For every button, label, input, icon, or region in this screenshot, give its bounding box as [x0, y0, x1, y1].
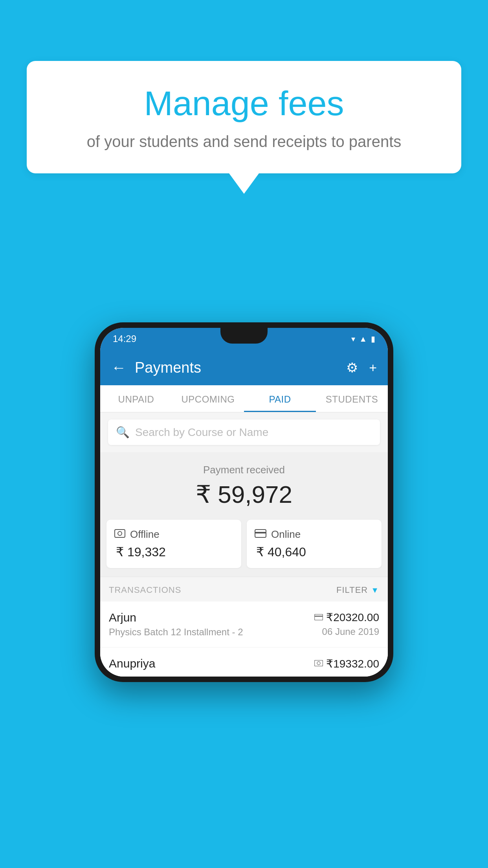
transaction-row[interactable]: Arjun Physics Batch 12 Installment - 2 [100, 601, 388, 647]
transactions-label: TRANSACTIONS [109, 585, 181, 595]
speech-bubble: Manage fees of your students and send re… [27, 61, 461, 173]
filter-button[interactable]: FILTER ▼ [336, 585, 379, 595]
svg-rect-3 [255, 532, 266, 533]
search-bar[interactable]: 🔍 Search by Course or Name [108, 419, 380, 445]
search-icon: 🔍 [116, 426, 130, 439]
signal-icon: ▲ [359, 335, 367, 344]
svg-rect-4 [315, 614, 323, 620]
transaction-date-arjun: 06 June 2019 [314, 626, 379, 637]
payment-total-amount: ₹ 59,972 [108, 480, 380, 509]
online-icon [255, 528, 266, 541]
manage-fees-title: Manage fees [46, 85, 442, 123]
phone-notch [220, 328, 268, 344]
online-card: Online ₹ 40,640 [247, 520, 382, 568]
svg-point-1 [118, 531, 122, 535]
transaction-detail-arjun: Physics Batch 12 Installment - 2 [109, 627, 243, 638]
transaction-left-anupriya: Anupriya [109, 657, 155, 673]
header-icons: ⚙ + [346, 360, 377, 375]
status-icons: ▾ ▲ ▮ [351, 334, 375, 344]
transaction-left-arjun: Arjun Physics Batch 12 Installment - 2 [109, 611, 243, 638]
online-amount: ₹ 40,640 [255, 544, 374, 559]
offline-card-header: Offline [114, 528, 233, 541]
payment-summary: Payment received ₹ 59,972 [100, 452, 388, 520]
speech-bubble-arrow [229, 173, 259, 194]
card-payment-icon-arjun [314, 612, 323, 623]
transaction-right-anupriya: ₹19332.00 [314, 657, 379, 673]
offline-payment-icon-anupriya [314, 658, 323, 669]
speech-bubble-wrapper: Manage fees of your students and send re… [27, 61, 461, 194]
transaction-amount-anupriya: ₹19332.00 [326, 657, 379, 670]
back-button[interactable]: ← [111, 359, 126, 376]
add-icon[interactable]: + [369, 360, 377, 375]
transaction-row-anupriya[interactable]: Anupriya ₹19332.00 [100, 647, 388, 677]
transaction-amount-row-anupriya: ₹19332.00 [314, 657, 379, 670]
tab-students[interactable]: STUDENTS [316, 385, 388, 412]
manage-fees-subtitle: of your students and send receipts to pa… [46, 131, 442, 152]
tab-unpaid[interactable]: UNPAID [100, 385, 172, 412]
filter-icon: ▼ [371, 586, 379, 595]
svg-rect-6 [315, 660, 323, 666]
wifi-icon: ▾ [351, 334, 355, 344]
app-header: ← Payments ⚙ + [100, 350, 388, 385]
settings-icon[interactable]: ⚙ [346, 360, 358, 375]
search-container: 🔍 Search by Course or Name [100, 412, 388, 452]
search-placeholder-text: Search by Course or Name [135, 426, 268, 439]
battery-icon: ▮ [371, 334, 375, 344]
phone-screen: 14:29 ▾ ▲ ▮ ← Payments ⚙ + UNPAID [100, 328, 388, 677]
payment-cards: Offline ₹ 19,332 Online [100, 520, 388, 577]
svg-rect-0 [115, 530, 125, 537]
transactions-list: Arjun Physics Batch 12 Installment - 2 [100, 601, 388, 677]
transaction-amount-arjun: ₹20320.00 [326, 611, 379, 624]
online-label: Online [271, 528, 301, 541]
transaction-name-anupriya: Anupriya [109, 657, 155, 670]
tabs-bar: UNPAID UPCOMING PAID STUDENTS [100, 385, 388, 412]
offline-label: Offline [130, 528, 160, 541]
offline-amount: ₹ 19,332 [114, 544, 233, 559]
phone-wrapper: 14:29 ▾ ▲ ▮ ← Payments ⚙ + UNPAID [95, 322, 393, 682]
transactions-header: TRANSACTIONS FILTER ▼ [100, 577, 388, 601]
filter-label: FILTER [336, 585, 368, 595]
offline-card: Offline ₹ 19,332 [106, 520, 241, 568]
offline-icon [114, 528, 125, 541]
transaction-right-arjun: ₹20320.00 06 June 2019 [314, 611, 379, 637]
svg-rect-5 [315, 616, 323, 617]
phone-frame: 14:29 ▾ ▲ ▮ ← Payments ⚙ + UNPAID [95, 322, 393, 682]
tab-paid[interactable]: PAID [244, 385, 316, 412]
transaction-name-arjun: Arjun [109, 611, 243, 624]
transaction-amount-row-arjun: ₹20320.00 [314, 611, 379, 624]
svg-point-7 [317, 662, 320, 665]
status-time: 14:29 [113, 333, 136, 344]
payment-received-label: Payment received [108, 464, 380, 476]
online-card-header: Online [255, 528, 374, 541]
tab-upcoming[interactable]: UPCOMING [172, 385, 244, 412]
payments-title: Payments [135, 359, 346, 376]
